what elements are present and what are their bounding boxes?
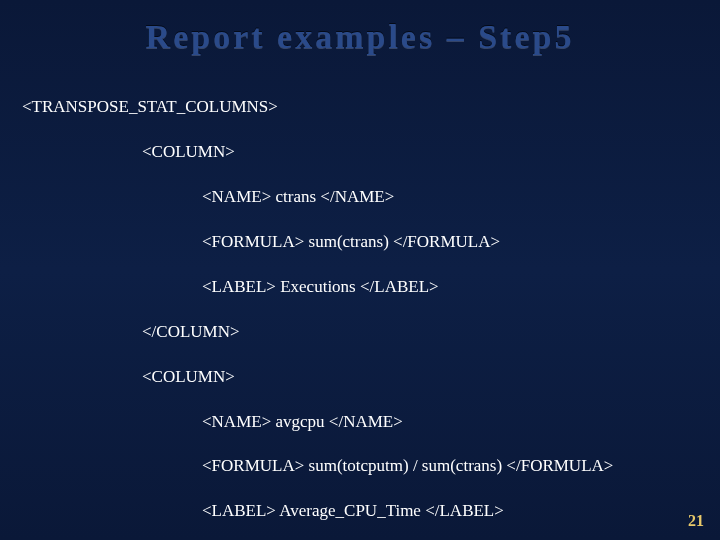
page-number: 21 [688, 512, 704, 530]
slide: Report examples – Step5 <TRANSPOSE_STAT_… [0, 0, 720, 540]
xml-formula: <FORMULA> sum(ctrans) </FORMULA> [22, 231, 698, 253]
xml-name: <NAME> avgcpu </NAME> [22, 411, 698, 433]
xml-formula: <FORMULA> sum(totcputm) / sum(ctrans) </… [22, 455, 698, 477]
xml-column-open: <COLUMN> [22, 366, 698, 388]
xml-column-open: <COLUMN> [22, 141, 698, 163]
xml-name: <NAME> ctrans </NAME> [22, 186, 698, 208]
slide-title: Report examples – Step5 [22, 18, 698, 56]
xml-label: <LABEL> Executions </LABEL> [22, 276, 698, 298]
xml-column-close: </COLUMN> [22, 321, 698, 343]
code-block: <TRANSPOSE_STAT_COLUMNS> <COLUMN> <NAME>… [22, 74, 698, 540]
xml-label: <LABEL> Average_CPU_Time </LABEL> [22, 500, 698, 522]
xml-root-open: <TRANSPOSE_STAT_COLUMNS> [22, 96, 698, 118]
